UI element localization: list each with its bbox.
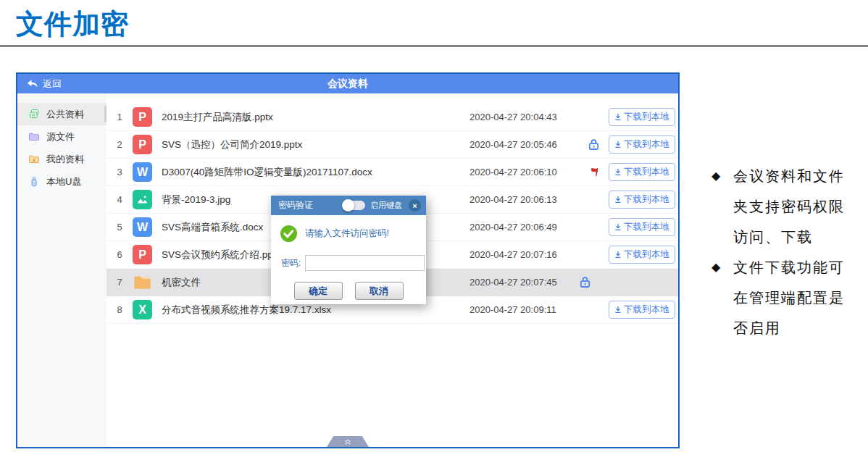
download-icon bbox=[614, 223, 622, 231]
toggle-knob bbox=[342, 199, 354, 212]
usb-drive-icon bbox=[28, 176, 40, 188]
keyboard-toggle-label: 启用键盘 bbox=[370, 200, 402, 211]
slide: 文件加密 返回 会议资料 公共资料 bbox=[0, 0, 868, 460]
back-button[interactable]: 返回 bbox=[17, 78, 62, 91]
file-timestamp: 2020-04-27 20:09:11 bbox=[470, 304, 578, 315]
row-index: 8 bbox=[107, 304, 133, 315]
diamond-bullet-icon: ◆ bbox=[711, 161, 733, 252]
pptx-file-icon: P bbox=[133, 245, 152, 264]
sidebar-item-label: 公共资料 bbox=[46, 108, 84, 121]
row-index: 2 bbox=[107, 139, 133, 150]
title-underline bbox=[0, 45, 868, 47]
back-icon bbox=[26, 79, 38, 89]
file-timestamp: 2020-04-27 20:04:43 bbox=[470, 112, 578, 122]
sidebar-item-label: 本地U盘 bbox=[46, 175, 81, 188]
download-icon bbox=[614, 251, 622, 259]
chevron-up-icon bbox=[343, 438, 353, 446]
file-name: 2019主打产品高清版.pptx bbox=[162, 111, 470, 124]
ok-button[interactable]: 确定 bbox=[294, 282, 343, 300]
password-input[interactable] bbox=[305, 255, 425, 271]
file-name: SVS（迅控）公司简介2019.pptx bbox=[162, 138, 470, 151]
download-button[interactable]: 下载到本地 bbox=[609, 108, 675, 126]
download-button[interactable]: 下载到本地 bbox=[609, 135, 675, 154]
diamond-bullet-icon: ◆ bbox=[711, 252, 733, 343]
file-timestamp: 2020-04-27 20:05:46 bbox=[470, 139, 578, 150]
green-docs-icon bbox=[28, 109, 40, 120]
note-item: ◆ 会议资料和文件夹支持密码权限访问、下载 bbox=[711, 161, 856, 252]
download-button[interactable]: 下载到本地 bbox=[609, 191, 675, 209]
download-icon bbox=[614, 113, 622, 121]
download-label: 下载到本地 bbox=[624, 166, 669, 178]
window-header: 返回 会议资料 bbox=[17, 74, 678, 93]
download-button[interactable]: 下载到本地 bbox=[609, 218, 675, 236]
file-timestamp: 2020-04-27 20:06:49 bbox=[470, 222, 578, 233]
download-icon bbox=[614, 196, 622, 204]
file-timestamp: 2020-04-27 20:07:16 bbox=[470, 249, 578, 260]
file-timestamp: 2020-04-27 20:07:45 bbox=[470, 277, 578, 288]
download-label: 下载到本地 bbox=[624, 138, 669, 151]
file-name: 分布式音视频系统推荐方案19.7.17.xlsx bbox=[162, 304, 470, 317]
row-index: 1 bbox=[107, 112, 133, 122]
sidebar: 公共资料 源文件 我的资料 bbox=[17, 93, 107, 447]
dialog-title: 密码验证 bbox=[278, 199, 343, 212]
download-label: 下载到本地 bbox=[624, 248, 669, 261]
dialog-header: 密码验证 启用键盘 × bbox=[271, 196, 426, 215]
password-label: 密码: bbox=[281, 257, 301, 269]
lock-icon bbox=[587, 138, 601, 151]
download-icon bbox=[614, 141, 622, 149]
file-timestamp: 2020-04-27 20:06:10 bbox=[470, 167, 578, 177]
docx-file-icon: W bbox=[133, 217, 152, 237]
download-button[interactable]: 下载到本地 bbox=[609, 301, 675, 319]
note-text: 文件下载功能可在管理端配置是否启用 bbox=[733, 252, 849, 343]
image-file-icon bbox=[133, 190, 152, 209]
download-label: 下载到本地 bbox=[624, 111, 669, 123]
collapse-tab[interactable] bbox=[327, 436, 369, 447]
pptx-file-icon: P bbox=[133, 107, 152, 127]
download-icon bbox=[614, 306, 622, 314]
success-check-icon bbox=[280, 225, 298, 243]
file-timestamp: 2020-04-27 20:06:13 bbox=[470, 194, 578, 205]
lock-icon bbox=[578, 275, 592, 289]
dialog-message-row: 请输入文件访问密码! bbox=[271, 215, 426, 243]
window-title: 会议资料 bbox=[17, 78, 678, 91]
xlsx-file-icon: X bbox=[133, 300, 152, 319]
sidebar-item-label: 源文件 bbox=[46, 130, 75, 143]
close-icon[interactable]: × bbox=[409, 199, 421, 212]
back-label: 返回 bbox=[43, 78, 62, 91]
file-row[interactable]: 2 P SVS（迅控）公司简介2019.pptx 2020-04-27 20:0… bbox=[107, 131, 678, 159]
folder-icon bbox=[133, 272, 152, 292]
sidebar-item-my-materials[interactable]: 我的资料 bbox=[17, 148, 107, 170]
download-icon bbox=[614, 168, 622, 176]
cancel-button[interactable]: 取消 bbox=[355, 282, 404, 300]
annotation-notes: ◆ 会议资料和文件夹支持密码权限访问、下载 ◆ 文件下载功能可在管理端配置是否启… bbox=[711, 161, 856, 343]
dialog-message: 请输入文件访问密码! bbox=[305, 227, 389, 240]
download-button[interactable]: 下载到本地 bbox=[609, 163, 675, 181]
purple-folder-icon bbox=[28, 131, 40, 143]
sidebar-item-source-files[interactable]: 源文件 bbox=[17, 125, 107, 148]
password-dialog: 密码验证 启用键盘 × 请输入文件访问密码! 密码: 确定 取消 bbox=[271, 196, 426, 304]
password-row: 密码: bbox=[271, 243, 426, 271]
download-button[interactable]: 下载到本地 bbox=[609, 246, 675, 264]
download-label: 下载到本地 bbox=[624, 304, 669, 316]
file-row[interactable]: 3 W D3007(40路矩阵带IO逻辑变量版)20171107.docx 20… bbox=[107, 159, 678, 186]
keyboard-toggle[interactable] bbox=[343, 201, 365, 210]
sidebar-item-label: 我的资料 bbox=[46, 153, 84, 166]
download-label: 下载到本地 bbox=[624, 221, 669, 233]
note-text: 会议资料和文件夹支持密码权限访问、下载 bbox=[733, 161, 849, 252]
row-index: 7 bbox=[107, 277, 133, 288]
dialog-buttons: 确定 取消 bbox=[271, 282, 426, 300]
row-index: 3 bbox=[107, 167, 133, 177]
file-row[interactable]: 1 P 2019主打产品高清版.pptx 2020-04-27 20:04:43… bbox=[107, 104, 678, 131]
row-index: 5 bbox=[107, 222, 133, 233]
sidebar-item-local-usb[interactable]: 本地U盘 bbox=[17, 170, 107, 193]
note-item: ◆ 文件下载功能可在管理端配置是否启用 bbox=[711, 252, 856, 343]
row-index: 6 bbox=[107, 249, 133, 260]
pptx-file-icon: P bbox=[133, 135, 152, 154]
page-title: 文件加密 bbox=[16, 6, 129, 43]
row-index: 4 bbox=[107, 194, 133, 205]
flag-pointer-icon bbox=[588, 166, 600, 178]
download-label: 下载到本地 bbox=[624, 193, 669, 206]
sidebar-item-public-materials[interactable]: 公共资料 bbox=[17, 103, 107, 125]
orange-user-folder-icon bbox=[28, 154, 40, 165]
file-name: D3007(40路矩阵带IO逻辑变量版)20171107.docx bbox=[162, 166, 470, 179]
